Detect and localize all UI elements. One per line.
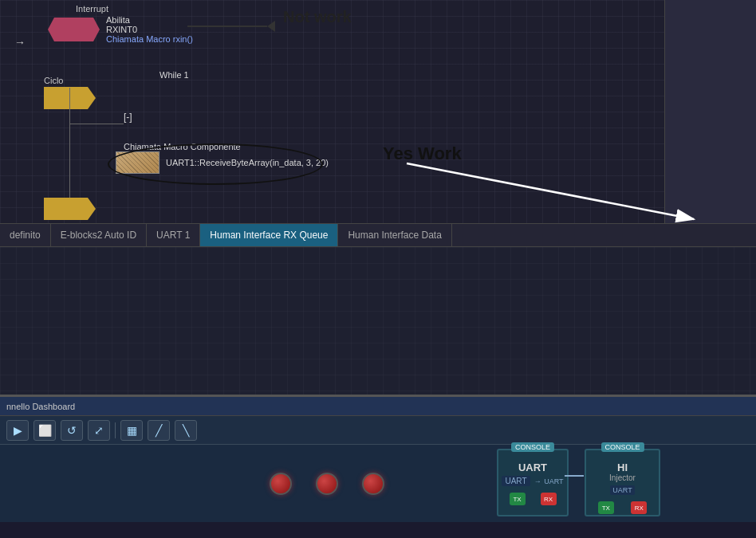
dashboard-header: nnello Dashboard [0, 397, 756, 416]
toolbar-separator [115, 422, 116, 438]
not-work-arrow-row [187, 21, 275, 32]
connection-line [565, 475, 584, 477]
toolbar-stop-btn[interactable]: ⬜ [33, 420, 56, 441]
interrupt-line3: Chiamata Macro rxin() [106, 34, 193, 44]
uart-connector-right: UART [544, 477, 563, 485]
right-panel [664, 0, 756, 223]
h-connector [69, 124, 124, 124]
uart-hi-connection [565, 475, 584, 477]
tab-hi-data[interactable]: Human Interface Data [338, 224, 451, 246]
interrupt-shape: Abilita RXINT0 Chiamata Macro rxin() [48, 15, 193, 44]
hi-comp-subtitle: Injector [586, 473, 659, 482]
tab-eblocks2[interactable]: E-blocks2 Auto ID [51, 224, 147, 246]
uart-rx-pin[interactable]: RX [541, 493, 557, 505]
tab-hi-rx-queue[interactable]: Human Interface RX Queue [200, 224, 338, 246]
tab-bar: definito E-blocks2 Auto ID UART 1 Human … [0, 223, 756, 247]
middle-grid [0, 247, 756, 395]
hi-tx-group: TX [598, 501, 614, 514]
led-3[interactable] [362, 473, 384, 495]
toolbar-grid-btn[interactable]: ▦ [120, 420, 143, 441]
uart-console-label: CONSOLE [511, 442, 554, 452]
led-group [263, 473, 391, 495]
hi-connector-row: UART [586, 484, 659, 495]
hi-tx-pin[interactable]: TX [598, 501, 614, 514]
dashboard-toolbar: ▶ ⬜ ↺ ⤢ ▦ ╱ ╲ [0, 416, 756, 445]
uart-block-rect [116, 151, 159, 174]
not-work-container [187, 6, 275, 32]
bracket-label: [-] [124, 112, 132, 123]
macro-componente-label: Chiamata Macro Componente [124, 142, 241, 151]
not-work-arrow-line [187, 26, 267, 27]
middle-area [0, 247, 756, 395]
hi-injector-block: CONSOLE HI Injector UART TX RX [585, 449, 660, 516]
bottom-while-shape [44, 198, 96, 220]
hi-connector-label: UART [610, 485, 634, 495]
uart-component-block: CONSOLE UART UART → UART TX RX [497, 449, 569, 516]
not-work-label: Not work [283, 8, 352, 26]
hi-comp-title: HI [586, 461, 659, 473]
led-2[interactable] [316, 473, 338, 495]
small-arrow: → [14, 36, 26, 49]
dashboard-panel: nnello Dashboard ▶ ⬜ ↺ ⤢ ▦ ╱ ╲ CONSOLE U… [0, 397, 756, 522]
hi-rx-group: RX [631, 501, 647, 514]
uart-pins: TX RX [498, 493, 567, 505]
interrupt-line2: RXINT0 [106, 25, 193, 34]
interrupt-text: Abilita RXINT0 Chiamata Macro rxin() [106, 15, 193, 44]
toolbar-draw1-btn[interactable]: ╱ [148, 420, 170, 441]
hi-pins: TX RX [586, 501, 659, 514]
uart-tx-pin[interactable]: TX [510, 493, 526, 505]
uart-comp-title: UART [498, 461, 567, 473]
yes-work-label: Yes Work [383, 143, 462, 164]
interrupt-hexagon [48, 18, 100, 41]
uart-block-row: UART1::ReceiveByteArray(in_data, 3, 20) [116, 151, 329, 174]
toolbar-draw2-btn[interactable]: ╲ [175, 420, 197, 441]
led-1[interactable] [270, 473, 292, 495]
vert-line-while [69, 88, 70, 211]
dashboard-content: CONSOLE UART UART → UART TX RX CONSOLE H… [0, 445, 756, 522]
ciclo-label: Ciclo [44, 76, 96, 85]
uart-block-text: UART1::ReceiveByteArray(in_data, 3, 20) [166, 158, 329, 167]
uart-rx-group: RX [541, 493, 557, 505]
toolbar-refresh-btn[interactable]: ↺ [61, 420, 83, 441]
dashboard-title: nnello Dashboard [6, 402, 75, 411]
uart-connector-row: UART → UART [498, 475, 567, 486]
interrupt-line1: Abilita [106, 15, 193, 25]
uart-arrow-right: → [534, 477, 541, 485]
while-label: While 1 [159, 70, 189, 80]
programming-area: Interrupt Abilita RXINT0 Chiamata Macro … [0, 0, 756, 223]
uart-tx-group: TX [510, 493, 526, 505]
interrupt-block: Interrupt Abilita RXINT0 Chiamata Macro … [48, 4, 193, 44]
toolbar-play-btn[interactable]: ▶ [6, 420, 29, 441]
hi-console-label: CONSOLE [600, 442, 644, 452]
tab-definito[interactable]: definito [0, 224, 51, 246]
tab-uart1[interactable]: UART 1 [147, 224, 200, 246]
uart-connector-label: UART [502, 476, 530, 486]
toolbar-expand-btn[interactable]: ⤢ [88, 420, 110, 441]
hi-rx-pin[interactable]: RX [631, 501, 647, 514]
interrupt-label: Interrupt [76, 4, 193, 14]
not-work-arrowhead [267, 21, 275, 32]
